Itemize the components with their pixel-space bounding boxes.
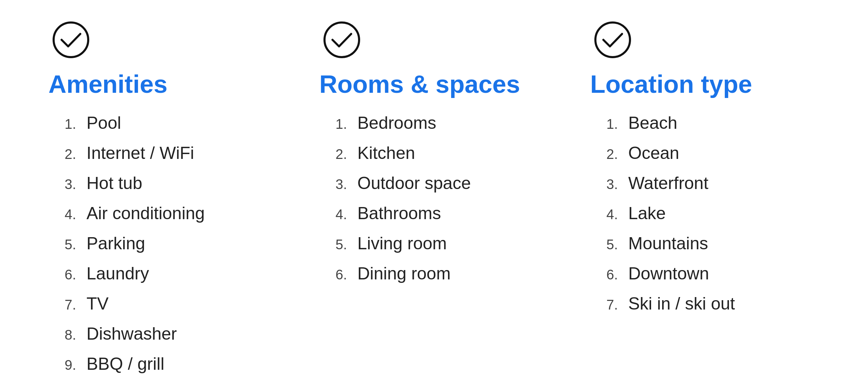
list-item: 1.Beach bbox=[590, 112, 820, 134]
rooms-column: Rooms & spaces 1.Bedrooms2.Kitchen3.Outd… bbox=[299, 21, 569, 376]
item-number: 7. bbox=[590, 296, 618, 314]
main-container: Amenities 1.Pool2.Internet / WiFi3.Hot t… bbox=[28, 21, 840, 376]
item-number: 6. bbox=[590, 266, 618, 284]
item-text: Lake bbox=[628, 202, 666, 225]
item-number: 3. bbox=[319, 175, 347, 193]
svg-point-2 bbox=[595, 23, 630, 57]
item-number: 6. bbox=[48, 266, 76, 284]
item-text: Bathrooms bbox=[357, 202, 441, 225]
list-item: 3.Hot tub bbox=[48, 172, 278, 195]
svg-point-1 bbox=[325, 23, 359, 57]
rooms-title: Rooms & spaces bbox=[319, 71, 520, 98]
item-text: Parking bbox=[86, 232, 145, 255]
list-item: 3.Waterfront bbox=[590, 172, 820, 195]
list-item: 2.Kitchen bbox=[319, 142, 549, 164]
location-list: 1.Beach2.Ocean3.Waterfront4.Lake5.Mounta… bbox=[590, 112, 820, 323]
item-text: Bedrooms bbox=[357, 112, 436, 134]
list-item: 4.Lake bbox=[590, 202, 820, 225]
item-number: 9. bbox=[48, 356, 76, 374]
item-number: 1. bbox=[319, 115, 347, 133]
location-column: Location type 1.Beach2.Ocean3.Waterfront… bbox=[569, 21, 840, 376]
location-title: Location type bbox=[590, 71, 752, 98]
list-item: 5.Parking bbox=[48, 232, 278, 255]
list-item: 6.Dining room bbox=[319, 262, 549, 285]
list-item: 2.Internet / WiFi bbox=[48, 142, 278, 164]
item-text: Hot tub bbox=[86, 172, 142, 195]
item-number: 6. bbox=[319, 266, 347, 284]
item-number: 3. bbox=[48, 175, 76, 193]
item-text: TV bbox=[86, 293, 109, 315]
item-text: Downtown bbox=[628, 262, 709, 285]
amenities-list: 1.Pool2.Internet / WiFi3.Hot tub4.Air co… bbox=[48, 112, 278, 376]
item-number: 7. bbox=[48, 296, 76, 314]
item-number: 2. bbox=[590, 145, 618, 163]
list-item: 2.Ocean bbox=[590, 142, 820, 164]
item-number: 2. bbox=[48, 145, 76, 163]
list-item: 1.Pool bbox=[48, 112, 278, 134]
item-number: 5. bbox=[48, 235, 76, 253]
item-text: Ocean bbox=[628, 142, 679, 164]
item-text: Waterfront bbox=[628, 172, 709, 195]
item-text: Living room bbox=[357, 232, 447, 255]
list-item: 7.Ski in / ski out bbox=[590, 293, 820, 315]
item-text: Dishwasher bbox=[86, 323, 177, 345]
list-item: 5.Living room bbox=[319, 232, 549, 255]
item-number: 1. bbox=[48, 115, 76, 133]
item-text: BBQ / grill bbox=[86, 353, 164, 375]
svg-point-0 bbox=[54, 23, 88, 57]
item-text: Mountains bbox=[628, 232, 708, 255]
list-item: 3.Outdoor space bbox=[319, 172, 549, 195]
list-item: 8.Dishwasher bbox=[48, 323, 278, 345]
list-item: 9.BBQ / grill bbox=[48, 353, 278, 375]
item-text: Dining room bbox=[357, 262, 451, 285]
list-item: 4.Bathrooms bbox=[319, 202, 549, 225]
item-number: 8. bbox=[48, 326, 76, 344]
rooms-list: 1.Bedrooms2.Kitchen3.Outdoor space4.Bath… bbox=[319, 112, 549, 293]
item-number: 5. bbox=[319, 235, 347, 253]
item-text: Air conditioning bbox=[86, 202, 205, 225]
amenities-title: Amenities bbox=[48, 71, 167, 98]
list-item: 5.Mountains bbox=[590, 232, 820, 255]
item-text: Pool bbox=[86, 112, 121, 134]
item-number: 4. bbox=[590, 205, 618, 223]
item-number: 2. bbox=[319, 145, 347, 163]
list-item: 6.Downtown bbox=[590, 262, 820, 285]
item-number: 4. bbox=[48, 205, 76, 223]
list-item: 7.TV bbox=[48, 293, 278, 315]
item-text: Laundry bbox=[86, 262, 149, 285]
item-text: Ski in / ski out bbox=[628, 293, 735, 315]
item-text: Outdoor space bbox=[357, 172, 471, 195]
item-number: 4. bbox=[319, 205, 347, 223]
list-item: 6.Laundry bbox=[48, 262, 278, 285]
item-number: 3. bbox=[590, 175, 618, 193]
item-number: 1. bbox=[590, 115, 618, 133]
list-item: 1.Bedrooms bbox=[319, 112, 549, 134]
item-text: Beach bbox=[628, 112, 677, 134]
list-item: 4.Air conditioning bbox=[48, 202, 278, 225]
item-text: Internet / WiFi bbox=[86, 142, 194, 164]
amenities-column: Amenities 1.Pool2.Internet / WiFi3.Hot t… bbox=[28, 21, 299, 376]
item-number: 5. bbox=[590, 235, 618, 253]
location-check-icon bbox=[594, 21, 632, 60]
amenities-check-icon bbox=[52, 21, 90, 60]
rooms-check-icon bbox=[323, 21, 361, 60]
item-text: Kitchen bbox=[357, 142, 415, 164]
